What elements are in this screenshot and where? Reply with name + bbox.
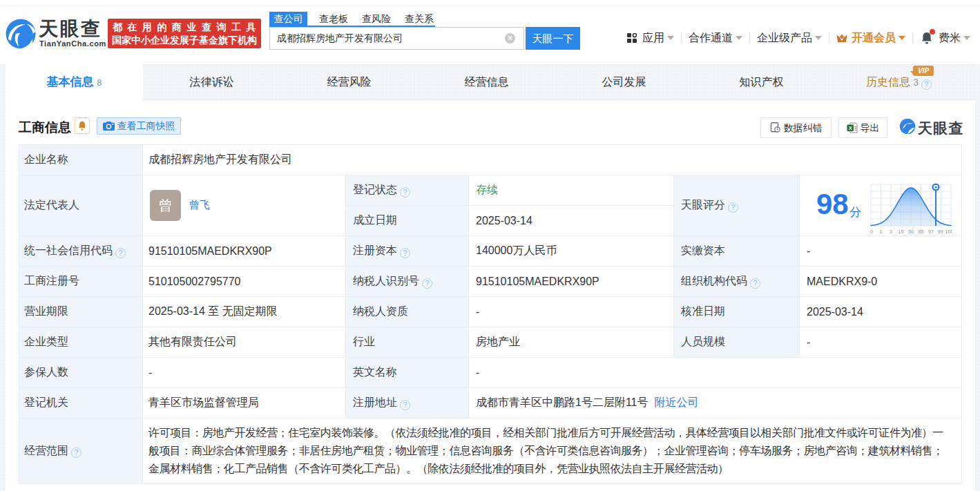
svg-text:3: 3 [890, 229, 892, 235]
svg-text:15: 15 [899, 229, 904, 235]
svg-text:99: 99 [938, 229, 943, 235]
svg-text:0: 0 [870, 229, 873, 235]
svg-text:85: 85 [919, 229, 924, 235]
svg-text:1: 1 [880, 229, 883, 235]
svg-text:100: 100 [945, 229, 953, 235]
svg-text:X: X [848, 125, 852, 131]
svg-text:97: 97 [928, 229, 934, 235]
svg-text:50: 50 [908, 229, 914, 235]
